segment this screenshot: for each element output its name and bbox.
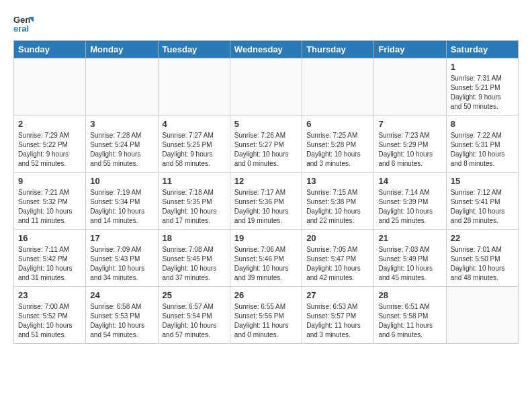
- day-cell: 11Sunrise: 7:18 AM Sunset: 5:35 PM Dayli…: [158, 173, 230, 230]
- logo: Gen eral: [13, 13, 36, 34]
- day-cell: [14, 58, 86, 116]
- day-cell: [374, 58, 446, 116]
- day-cell: 22Sunrise: 7:01 AM Sunset: 5:50 PM Dayli…: [446, 230, 518, 287]
- weekday-header-tuesday: Tuesday: [158, 41, 230, 58]
- day-info: Sunrise: 7:01 AM Sunset: 5:50 PM Dayligh…: [451, 245, 514, 283]
- day-number: 16: [18, 233, 81, 243]
- day-info: Sunrise: 7:17 AM Sunset: 5:36 PM Dayligh…: [234, 188, 298, 226]
- day-number: 9: [18, 176, 81, 186]
- day-info: Sunrise: 7:18 AM Sunset: 5:35 PM Dayligh…: [163, 188, 226, 226]
- week-row-5: 23Sunrise: 7:00 AM Sunset: 5:52 PM Dayli…: [14, 287, 519, 344]
- day-cell: [446, 287, 518, 344]
- day-number: 24: [90, 290, 153, 300]
- day-info: Sunrise: 7:28 AM Sunset: 5:24 PM Dayligh…: [90, 131, 153, 169]
- day-cell: 15Sunrise: 7:12 AM Sunset: 5:41 PM Dayli…: [446, 173, 518, 230]
- day-number: 8: [451, 119, 514, 129]
- day-number: 11: [163, 176, 226, 186]
- day-number: 25: [163, 290, 226, 300]
- day-number: 22: [451, 233, 514, 243]
- day-info: Sunrise: 7:14 AM Sunset: 5:39 PM Dayligh…: [378, 188, 441, 226]
- day-info: Sunrise: 7:29 AM Sunset: 5:22 PM Dayligh…: [18, 131, 81, 169]
- day-number: 6: [306, 119, 369, 129]
- weekday-header-row: SundayMondayTuesdayWednesdayThursdayFrid…: [14, 41, 519, 58]
- day-number: 23: [18, 290, 81, 300]
- day-cell: [158, 58, 230, 116]
- day-number: 4: [163, 119, 226, 129]
- day-number: 13: [306, 176, 369, 186]
- day-cell: [302, 58, 374, 116]
- day-info: Sunrise: 7:26 AM Sunset: 5:27 PM Dayligh…: [234, 131, 298, 169]
- day-number: 15: [451, 176, 514, 186]
- day-cell: 13Sunrise: 7:15 AM Sunset: 5:38 PM Dayli…: [302, 173, 374, 230]
- svg-text:eral: eral: [13, 24, 29, 34]
- day-cell: 8Sunrise: 7:22 AM Sunset: 5:31 PM Daylig…: [446, 116, 518, 173]
- day-info: Sunrise: 7:06 AM Sunset: 5:46 PM Dayligh…: [234, 245, 298, 283]
- day-info: Sunrise: 7:22 AM Sunset: 5:31 PM Dayligh…: [451, 131, 514, 169]
- day-number: 27: [306, 290, 369, 300]
- day-cell: [86, 58, 158, 116]
- day-info: Sunrise: 6:53 AM Sunset: 5:57 PM Dayligh…: [306, 302, 369, 340]
- week-row-2: 2Sunrise: 7:29 AM Sunset: 5:22 PM Daylig…: [14, 116, 519, 173]
- day-cell: 6Sunrise: 7:25 AM Sunset: 5:28 PM Daylig…: [302, 116, 374, 173]
- day-info: Sunrise: 7:27 AM Sunset: 5:25 PM Dayligh…: [163, 131, 226, 169]
- day-number: 2: [18, 119, 81, 129]
- day-cell: 18Sunrise: 7:08 AM Sunset: 5:45 PM Dayli…: [158, 230, 230, 287]
- day-info: Sunrise: 7:12 AM Sunset: 5:41 PM Dayligh…: [451, 188, 514, 226]
- day-number: 21: [378, 233, 441, 243]
- day-info: Sunrise: 7:21 AM Sunset: 5:32 PM Dayligh…: [18, 188, 81, 226]
- weekday-header-friday: Friday: [374, 41, 446, 58]
- day-cell: 12Sunrise: 7:17 AM Sunset: 5:36 PM Dayli…: [230, 173, 302, 230]
- day-info: Sunrise: 6:51 AM Sunset: 5:58 PM Dayligh…: [378, 302, 441, 340]
- day-info: Sunrise: 7:11 AM Sunset: 5:42 PM Dayligh…: [18, 245, 81, 283]
- header: Gen eral: [13, 13, 519, 34]
- day-info: Sunrise: 7:31 AM Sunset: 5:21 PM Dayligh…: [451, 74, 514, 111]
- day-cell: 16Sunrise: 7:11 AM Sunset: 5:42 PM Dayli…: [14, 230, 86, 287]
- day-number: 20: [306, 233, 369, 243]
- day-cell: 24Sunrise: 6:58 AM Sunset: 5:53 PM Dayli…: [86, 287, 158, 344]
- day-info: Sunrise: 7:23 AM Sunset: 5:29 PM Dayligh…: [378, 131, 441, 169]
- day-cell: 1Sunrise: 7:31 AM Sunset: 5:21 PM Daylig…: [446, 58, 518, 116]
- day-cell: 10Sunrise: 7:19 AM Sunset: 5:34 PM Dayli…: [86, 173, 158, 230]
- week-row-3: 9Sunrise: 7:21 AM Sunset: 5:32 PM Daylig…: [14, 173, 519, 230]
- day-number: 19: [234, 233, 298, 243]
- day-info: Sunrise: 7:03 AM Sunset: 5:49 PM Dayligh…: [378, 245, 441, 283]
- week-row-4: 16Sunrise: 7:11 AM Sunset: 5:42 PM Dayli…: [14, 230, 519, 287]
- day-info: Sunrise: 7:05 AM Sunset: 5:47 PM Dayligh…: [306, 245, 369, 283]
- day-cell: 23Sunrise: 7:00 AM Sunset: 5:52 PM Dayli…: [14, 287, 86, 344]
- day-cell: 25Sunrise: 6:57 AM Sunset: 5:54 PM Dayli…: [158, 287, 230, 344]
- day-cell: 7Sunrise: 7:23 AM Sunset: 5:29 PM Daylig…: [374, 116, 446, 173]
- day-cell: 19Sunrise: 7:06 AM Sunset: 5:46 PM Dayli…: [230, 230, 302, 287]
- day-number: 10: [90, 176, 153, 186]
- day-info: Sunrise: 7:19 AM Sunset: 5:34 PM Dayligh…: [90, 188, 153, 226]
- day-cell: 2Sunrise: 7:29 AM Sunset: 5:22 PM Daylig…: [14, 116, 86, 173]
- day-number: 7: [378, 119, 441, 129]
- day-cell: [230, 58, 302, 116]
- day-cell: 28Sunrise: 6:51 AM Sunset: 5:58 PM Dayli…: [374, 287, 446, 344]
- day-info: Sunrise: 6:55 AM Sunset: 5:56 PM Dayligh…: [234, 302, 298, 340]
- day-number: 1: [451, 62, 514, 72]
- day-info: Sunrise: 6:58 AM Sunset: 5:53 PM Dayligh…: [90, 302, 153, 340]
- logo-icon: Gen eral: [13, 13, 34, 34]
- day-info: Sunrise: 7:09 AM Sunset: 5:43 PM Dayligh…: [90, 245, 153, 283]
- day-number: 17: [90, 233, 153, 243]
- day-number: 3: [90, 119, 153, 129]
- weekday-header-thursday: Thursday: [302, 41, 374, 58]
- day-info: Sunrise: 7:00 AM Sunset: 5:52 PM Dayligh…: [18, 302, 81, 340]
- day-cell: 5Sunrise: 7:26 AM Sunset: 5:27 PM Daylig…: [230, 116, 302, 173]
- day-number: 14: [378, 176, 441, 186]
- day-info: Sunrise: 7:08 AM Sunset: 5:45 PM Dayligh…: [163, 245, 226, 283]
- day-cell: 4Sunrise: 7:27 AM Sunset: 5:25 PM Daylig…: [158, 116, 230, 173]
- day-number: 26: [234, 290, 298, 300]
- day-cell: 14Sunrise: 7:14 AM Sunset: 5:39 PM Dayli…: [374, 173, 446, 230]
- weekday-header-wednesday: Wednesday: [230, 41, 302, 58]
- day-info: Sunrise: 6:57 AM Sunset: 5:54 PM Dayligh…: [163, 302, 226, 340]
- week-row-1: 1Sunrise: 7:31 AM Sunset: 5:21 PM Daylig…: [14, 58, 519, 116]
- weekday-header-saturday: Saturday: [446, 41, 518, 58]
- day-cell: 21Sunrise: 7:03 AM Sunset: 5:49 PM Dayli…: [374, 230, 446, 287]
- day-cell: 27Sunrise: 6:53 AM Sunset: 5:57 PM Dayli…: [302, 287, 374, 344]
- day-number: 5: [234, 119, 298, 129]
- day-info: Sunrise: 7:25 AM Sunset: 5:28 PM Dayligh…: [306, 131, 369, 169]
- weekday-header-sunday: Sunday: [14, 41, 86, 58]
- day-cell: 9Sunrise: 7:21 AM Sunset: 5:32 PM Daylig…: [14, 173, 86, 230]
- day-number: 18: [163, 233, 226, 243]
